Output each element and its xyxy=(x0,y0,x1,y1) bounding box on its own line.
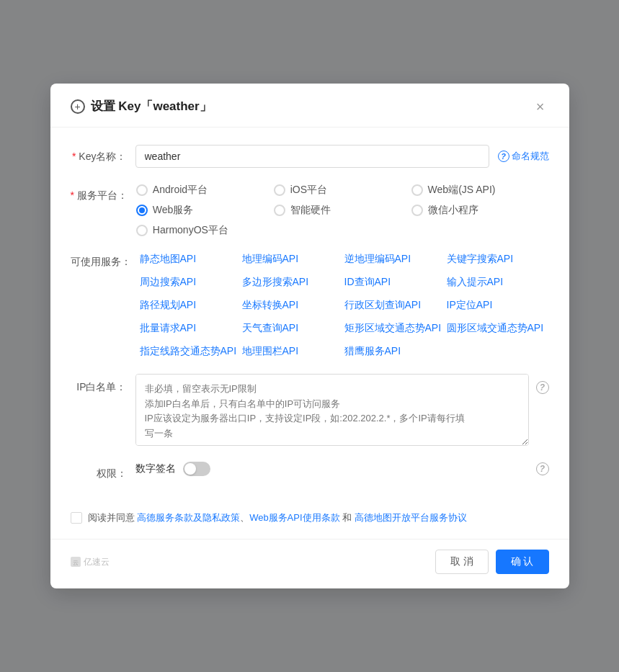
platform-harmony-label: HarmonyOS平台 xyxy=(153,224,228,237)
dialog-footer: 云 亿速云 取 消 确 认 xyxy=(50,539,569,588)
dialog-title: + 设置 Key「weather」 xyxy=(71,98,212,115)
agreement-row: 阅读并同意 高德服务条款及隐私政策、Web服务API使用条款 和 高德地图开放平… xyxy=(50,511,569,539)
key-name-input[interactable] xyxy=(135,145,489,168)
platform-harmony[interactable]: HarmonyOS平台 xyxy=(136,224,274,237)
dialog: + 设置 Key「weather」 × * Key名称： ? 命名规范 xyxy=(50,84,569,589)
service-district-query[interactable]: 行政区划查询API xyxy=(344,299,447,312)
service-coord-convert[interactable]: 坐标转换API xyxy=(242,299,344,312)
naming-rule-icon: ? xyxy=(498,151,509,162)
radio-smart-hardware xyxy=(274,205,285,216)
perm-help-icon[interactable]: ? xyxy=(536,462,549,475)
platform-smart-hardware[interactable]: 智能硬件 xyxy=(274,204,411,217)
service-nearby-search[interactable]: 周边搜索API xyxy=(140,276,242,289)
svg-text:云: 云 xyxy=(73,560,79,566)
key-name-row: * Key名称： ? 命名规范 xyxy=(71,145,549,168)
radio-harmony xyxy=(136,225,148,236)
agreement-text: 阅读并同意 高德服务条款及隐私政策、Web服务API使用条款 和 高德地图开放平… xyxy=(88,511,549,525)
watermark-icon: 云 xyxy=(71,557,81,567)
service-ip-locate[interactable]: IP定位API xyxy=(447,299,549,312)
web-api-terms-link[interactable]: Web服务API使用条款 xyxy=(249,512,339,523)
service-keyword-search[interactable]: 关键字搜索API xyxy=(447,253,549,266)
platform-ios[interactable]: iOS平台 xyxy=(274,184,411,197)
key-name-content: ? 命名规范 xyxy=(135,145,549,168)
dialog-header: + 设置 Key「weather」 × xyxy=(50,84,569,127)
platform-wechat[interactable]: 微信小程序 xyxy=(411,204,549,217)
service-route-plan[interactable]: 路径规划API xyxy=(140,299,242,312)
plus-circle-icon: + xyxy=(71,99,85,114)
title-text: 设置 Key「weather」 xyxy=(91,98,212,115)
toggle-row: 数字签名 xyxy=(135,462,210,476)
platform-web-js-label: Web端(JS API) xyxy=(428,184,496,197)
radio-android xyxy=(136,184,148,196)
service-reverse-geocode[interactable]: 逆地理编码API xyxy=(344,253,447,266)
radio-wechat xyxy=(411,205,423,216)
services-label: 可使用服务： xyxy=(71,253,140,269)
radio-web-js xyxy=(411,184,423,196)
service-route-traffic[interactable]: 指定线路交通态势API xyxy=(140,345,242,358)
service-hawk[interactable]: 猎鹰服务API xyxy=(344,345,447,358)
permission-label: 权限： xyxy=(71,462,135,480)
watermark: 云 亿速云 xyxy=(71,556,110,568)
service-weather-query[interactable]: 天气查询API xyxy=(242,322,344,335)
service-input-hint[interactable]: 输入提示API xyxy=(447,276,549,289)
service-polygon-search[interactable]: 多边形搜索API xyxy=(242,276,344,289)
ip-whitelist-input[interactable] xyxy=(135,374,529,446)
service-id-query[interactable]: ID查询API xyxy=(344,276,447,289)
ip-whitelist-content: ? xyxy=(135,374,549,446)
close-button[interactable]: × xyxy=(532,98,549,115)
confirm-button[interactable]: 确 认 xyxy=(496,550,549,574)
platform-wechat-label: 微信小程序 xyxy=(428,204,478,217)
digital-sign-toggle[interactable] xyxy=(183,462,210,476)
platform-label: * 服务平台： xyxy=(71,184,136,202)
platform-agreement-link[interactable]: 高德地图开放平台服务协议 xyxy=(355,512,467,523)
platform-smart-hardware-label: 智能硬件 xyxy=(290,204,331,217)
dialog-body: * Key名称： ? 命名规范 * 服务平台： xyxy=(50,127,569,511)
services-content: 静态地图API 地理编码API 逆地理编码API 关键字搜索API 周边搜索AP… xyxy=(140,253,549,358)
service-batch-request[interactable]: 批量请求API xyxy=(140,322,242,335)
perm-digital-sign-label: 数字签名 xyxy=(135,462,176,475)
ip-help-icon[interactable]: ? xyxy=(536,381,549,394)
agreement-checkbox[interactable] xyxy=(71,512,82,524)
platform-grid: Android平台 iOS平台 Web端(JS API) xyxy=(136,184,549,237)
radio-web-service xyxy=(136,205,148,216)
terms-link[interactable]: 高德服务条款及隐私政策 xyxy=(137,512,240,523)
service-geocode[interactable]: 地理编码API xyxy=(242,253,344,266)
permission-row: 权限： 数字签名 ? xyxy=(71,462,549,480)
platform-web-js[interactable]: Web端(JS API) xyxy=(411,184,549,197)
platform-web-service[interactable]: Web服务 xyxy=(136,204,274,217)
service-rect-traffic[interactable]: 矩形区域交通态势API xyxy=(344,322,447,335)
ip-whitelist-row: IP白名单： ? xyxy=(71,374,549,446)
radio-ios xyxy=(274,184,285,196)
key-name-label: * Key名称： xyxy=(71,145,135,163)
ip-whitelist-label: IP白名单： xyxy=(71,374,135,394)
service-circle-traffic[interactable]: 圆形区域交通态势API xyxy=(447,322,549,335)
platform-web-service-label: Web服务 xyxy=(153,204,194,217)
service-geo-fence[interactable]: 地理围栏API xyxy=(242,345,344,358)
naming-rule-label: 命名规范 xyxy=(512,150,549,163)
platform-content: Android平台 iOS平台 Web端(JS API) xyxy=(136,184,549,237)
services-grid: 静态地图API 地理编码API 逆地理编码API 关键字搜索API 周边搜索AP… xyxy=(140,253,549,358)
permission-content: 数字签名 ? xyxy=(135,462,549,476)
cancel-button[interactable]: 取 消 xyxy=(435,550,489,574)
service-static-map[interactable]: 静态地图API xyxy=(140,253,242,266)
services-row: 可使用服务： 静态地图API 地理编码API 逆地理编码API 关键字搜索API… xyxy=(71,253,549,358)
naming-rule-link[interactable]: ? 命名规范 xyxy=(498,150,549,163)
platform-android[interactable]: Android平台 xyxy=(136,184,274,197)
platform-ios-label: iOS平台 xyxy=(290,184,327,197)
platform-android-label: Android平台 xyxy=(153,184,208,197)
dialog-overlay: + 设置 Key「weather」 × * Key名称： ? 命名规范 xyxy=(0,0,619,672)
platform-row: * 服务平台： Android平台 iOS平台 xyxy=(71,184,549,237)
